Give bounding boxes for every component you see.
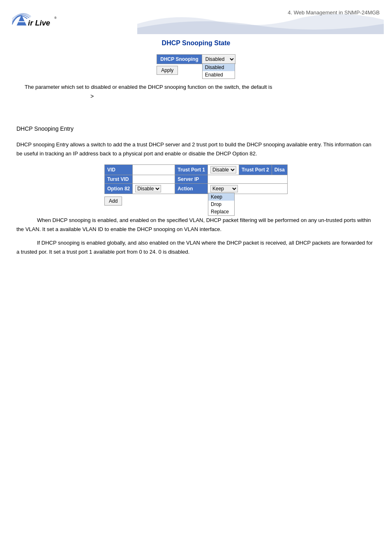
dhcp-state-desc-text: The parameter which set to disabled or e…: [25, 83, 367, 92]
col-turstvid-header: Turst VID: [104, 175, 132, 184]
option82-select[interactable]: Disable Enable: [135, 185, 161, 192]
bottom-desc-para2: If DHCP snooping is enabled globally, an…: [16, 238, 376, 257]
action-cell: Keep Drop Replace Keep Drop Replace: [208, 184, 287, 194]
serverip-input-cell: [208, 175, 287, 184]
add-btn-row: Add: [104, 197, 288, 206]
action-select[interactable]: Keep Drop Replace: [210, 185, 238, 192]
vid-input[interactable]: [135, 167, 172, 173]
logo-area: ir Live ®: [8, 7, 74, 31]
dhcp-state-arrow: >: [90, 92, 367, 101]
vid-input-cell: [133, 165, 175, 175]
entry-form-container: VID Trust Port 1 Disable Enable Trust Po…: [16, 164, 376, 206]
header-wave: [137, 7, 384, 34]
col-trustport2b-header: Disa: [272, 165, 287, 175]
trustport1-select[interactable]: Disable Enable: [210, 166, 236, 173]
table-header-row: VID Trust Port 1 Disable Enable Trust Po…: [104, 165, 287, 175]
entry-table: VID Trust Port 1 Disable Enable Trust Po…: [104, 164, 288, 194]
col-action-header: Action: [175, 184, 208, 194]
dhcp-state-description: The parameter which set to disabled or e…: [16, 83, 376, 101]
dhcp-snooping-row: DHCP Snooping Disabled Enabled Disabled …: [157, 54, 235, 64]
action-option-drop[interactable]: Drop: [208, 201, 234, 208]
action-dropdown[interactable]: Keep Drop Replace: [208, 193, 235, 216]
dhcp-state-title: DHCP Snooping State: [162, 39, 231, 47]
action-option-keep[interactable]: Keep: [208, 193, 234, 201]
dropdown-option-enabled[interactable]: Enabled: [203, 71, 235, 79]
dhcp-snooping-label: DHCP Snooping: [157, 55, 202, 64]
serverip-input[interactable]: [210, 176, 264, 182]
col-trustport2-header: Trust Port 2: [239, 165, 272, 175]
action-option-replace[interactable]: Replace: [208, 208, 234, 215]
svg-text:®: ®: [54, 16, 57, 20]
bottom-descriptions: When DHCP snooping is enabled, and enabl…: [16, 216, 376, 256]
col-serverip-header: Server IP: [175, 175, 208, 184]
page-header: ir Live ® 4. Web Management in SNMP-24MG…: [0, 0, 392, 31]
turstvid-input[interactable]: [135, 176, 172, 182]
dhcp-state-form: DHCP Snooping Disabled Enabled Disabled …: [157, 54, 235, 75]
dhcp-snooping-state-section: DHCP Snooping State DHCP Snooping Disabl…: [16, 39, 376, 75]
dhcp-entry-description: DHCP snooping Entry allows a switch to a…: [16, 140, 376, 158]
main-content: DHCP Snooping State DHCP Snooping Disabl…: [0, 31, 392, 273]
turstvid-input-cell: [133, 175, 175, 184]
col-vid-header: VID: [104, 165, 132, 175]
dhcp-entry-heading: DHCP Snooping Entry: [16, 125, 376, 132]
table-row-2: Turst VID Server IP: [104, 175, 287, 184]
svg-text:ir Live: ir Live: [28, 18, 50, 27]
col-trustport1-header: Trust Port 1: [175, 165, 208, 175]
dropdown-option-disabled[interactable]: Disabled: [203, 64, 235, 71]
dhcp-snooping-select[interactable]: Disabled Enabled: [202, 55, 235, 63]
add-button[interactable]: Add: [104, 197, 122, 206]
table-row-3: Option 82 Disable Enable Action Keep Dro: [104, 184, 287, 194]
dhcp-state-dropdown[interactable]: Disabled Enabled: [202, 63, 235, 79]
header-right: 4. Web Management in SNMP-24MGB: [74, 7, 384, 16]
bottom-desc-para1: When DHCP snooping is enabled, and enabl…: [16, 216, 376, 234]
airlive-logo: ir Live ®: [8, 7, 58, 30]
col-option82-header: Option 82: [104, 184, 132, 194]
apply-button[interactable]: Apply: [157, 66, 178, 75]
trustport1-select-cell: Disable Enable: [208, 165, 239, 175]
option82-select-cell: Disable Enable: [133, 184, 175, 194]
